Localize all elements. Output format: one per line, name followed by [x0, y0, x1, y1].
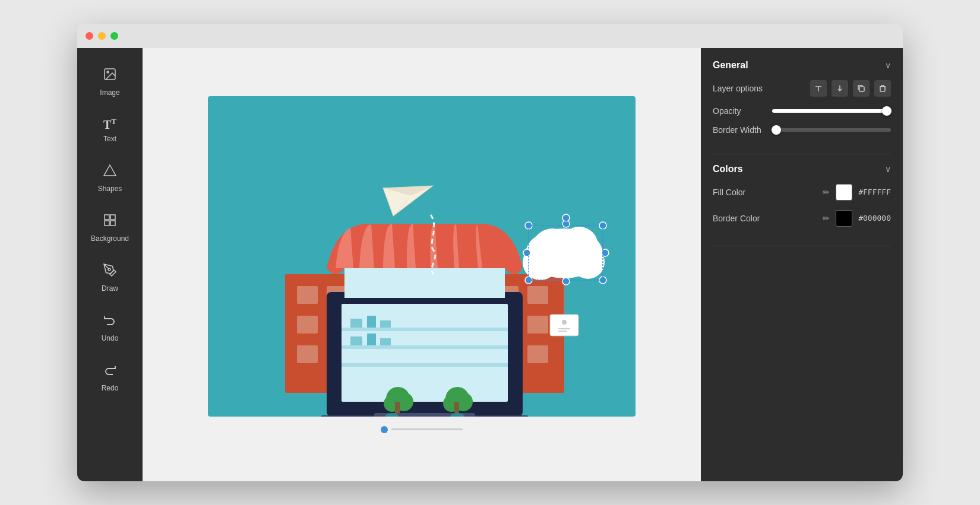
- shapes-icon: [103, 163, 117, 181]
- svg-rect-52: [454, 402, 459, 414]
- title-bar: [77, 24, 903, 48]
- sidebar-item-undo[interactable]: Undo: [83, 306, 137, 350]
- sidebar-undo-label: Undo: [102, 334, 119, 342]
- canvas-area: [143, 48, 701, 481]
- draw-icon: [103, 263, 117, 281]
- right-panel: General ∨ Layer options: [701, 48, 903, 481]
- svg-rect-39: [350, 336, 362, 345]
- sidebar: Image TT Text Shapes: [77, 48, 143, 481]
- sidebar-item-shapes[interactable]: Shapes: [83, 156, 137, 200]
- layer-down-button[interactable]: [832, 80, 848, 97]
- app-body: Image TT Text Shapes: [77, 48, 903, 481]
- layer-options-controls: [810, 80, 891, 97]
- layer-options-row: Layer options: [713, 80, 891, 97]
- fill-color-row: Fill Color ✏ #FFFFFF: [713, 184, 891, 201]
- svg-point-1: [107, 71, 109, 73]
- colors-chevron[interactable]: ∨: [885, 164, 891, 174]
- svg-rect-82: [859, 87, 864, 91]
- svg-rect-32: [342, 304, 508, 402]
- border-color-label: Border Color: [713, 214, 760, 223]
- opacity-label: Opacity: [713, 106, 741, 116]
- svg-rect-4: [110, 215, 115, 220]
- svg-rect-26: [527, 316, 548, 334]
- sidebar-draw-label: Draw: [102, 284, 118, 293]
- svg-rect-5: [105, 221, 109, 225]
- svg-rect-36: [350, 319, 362, 328]
- sidebar-item-text[interactable]: TT Text: [83, 110, 137, 151]
- svg-rect-40: [367, 334, 376, 345]
- maximize-button[interactable]: [110, 32, 118, 40]
- svg-rect-83: [880, 87, 885, 91]
- app-window: Image TT Text Shapes: [77, 24, 903, 481]
- layer-delete-button[interactable]: [874, 80, 891, 97]
- border-color-swatch[interactable]: [836, 210, 852, 227]
- svg-rect-11: [297, 286, 318, 304]
- svg-point-74: [523, 249, 530, 256]
- sidebar-item-background[interactable]: Background: [83, 206, 137, 250]
- border-color-edit-icon[interactable]: ✏: [823, 214, 830, 223]
- svg-rect-33: [342, 328, 508, 331]
- svg-rect-17: [297, 345, 318, 363]
- fill-color-edit-icon[interactable]: ✏: [823, 188, 830, 197]
- svg-rect-29: [527, 345, 548, 363]
- border-color-row: Border Color ✏ #000000: [713, 210, 891, 227]
- general-section-header: General ∨: [713, 60, 891, 71]
- svg-rect-35: [342, 363, 508, 367]
- opacity-row: Opacity: [713, 106, 891, 116]
- undo-icon: [103, 313, 117, 331]
- opacity-slider[interactable]: [772, 109, 891, 113]
- close-button[interactable]: [86, 32, 93, 40]
- svg-rect-34: [342, 345, 508, 349]
- svg-rect-23: [527, 286, 548, 304]
- sidebar-image-label: Image: [100, 88, 119, 97]
- general-chevron[interactable]: ∨: [885, 61, 891, 70]
- sidebar-item-image[interactable]: Image: [83, 60, 137, 104]
- svg-rect-14: [297, 316, 318, 334]
- colors-title: Colors: [713, 164, 743, 174]
- sidebar-text-label: Text: [103, 135, 116, 143]
- fill-color-swatch[interactable]: [836, 184, 852, 201]
- image-icon: [103, 67, 117, 85]
- redo-icon: [103, 363, 117, 380]
- svg-rect-48: [395, 402, 400, 414]
- svg-point-7: [108, 268, 110, 271]
- minimize-button[interactable]: [98, 32, 106, 40]
- general-title: General: [713, 60, 748, 71]
- svg-marker-2: [104, 165, 116, 176]
- fill-color-label: Fill Color: [713, 188, 745, 197]
- svg-rect-41: [380, 338, 391, 345]
- layer-text-button[interactable]: [810, 80, 827, 97]
- sidebar-redo-label: Redo: [102, 384, 119, 392]
- svg-rect-44: [344, 268, 505, 298]
- sidebar-item-draw[interactable]: Draw: [83, 256, 137, 300]
- colors-section: Colors ∨ Fill Color ✏ #FFFFFF Border Col…: [713, 164, 891, 246]
- background-icon: [103, 213, 117, 231]
- border-width-label: Border Width: [713, 125, 761, 135]
- canvas-wrapper[interactable]: [208, 96, 636, 417]
- border-width-slider[interactable]: [772, 128, 891, 132]
- sidebar-item-redo[interactable]: Redo: [83, 355, 137, 399]
- text-icon: TT: [103, 117, 116, 132]
- svg-rect-3: [105, 215, 109, 220]
- fill-color-controls: ✏ #FFFFFF: [823, 184, 891, 201]
- svg-rect-37: [367, 316, 376, 328]
- sidebar-shapes-label: Shapes: [98, 185, 122, 193]
- fill-color-hex: #FFFFFF: [858, 188, 891, 196]
- svg-rect-6: [110, 221, 115, 225]
- colors-section-header: Colors ∨: [713, 164, 891, 174]
- layer-copy-button[interactable]: [853, 80, 870, 97]
- scroll-line: [391, 428, 463, 430]
- svg-rect-38: [380, 320, 391, 328]
- scroll-indicator: [381, 426, 463, 433]
- svg-point-65: [562, 320, 567, 325]
- general-section: General ∨ Layer options: [713, 60, 891, 154]
- border-color-controls: ✏ #000000: [823, 210, 891, 227]
- svg-point-73: [562, 278, 570, 285]
- svg-point-77: [562, 214, 570, 221]
- border-width-row: Border Width: [713, 125, 891, 135]
- scroll-dot-active[interactable]: [381, 426, 388, 433]
- layer-options-label: Layer options: [713, 84, 763, 93]
- svg-point-62: [560, 227, 598, 265]
- border-color-hex: #000000: [858, 214, 891, 223]
- svg-rect-64: [550, 315, 578, 336]
